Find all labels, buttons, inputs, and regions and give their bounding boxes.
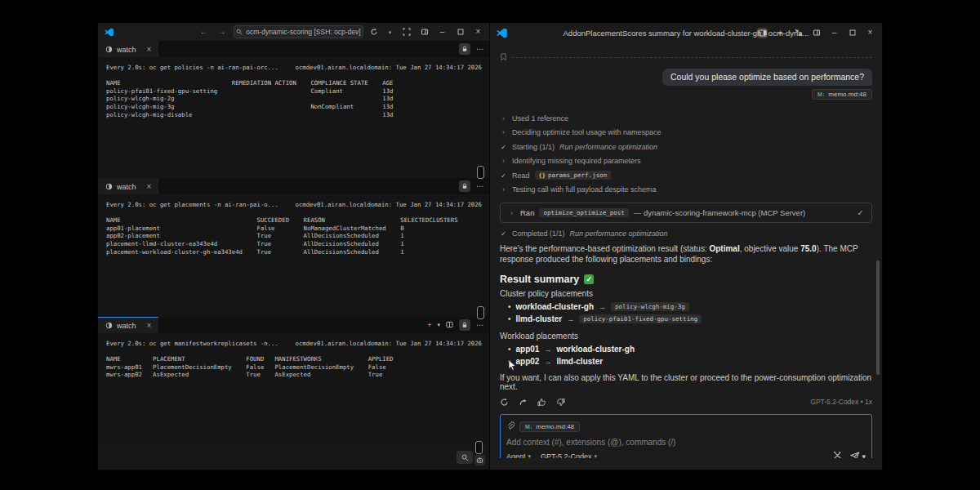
policies-table: NAME REMEDIATION ACTION COMPLIANCE STATE… [106,79,482,119]
user-attachment-chip[interactable]: M↓ memo.md:48 [812,89,872,100]
window-title: AddonPlacementScores summary for workloa… [564,29,809,38]
step-used-reference[interactable]: › Used 1 reference [500,111,872,126]
policy-chip: policy-wlcgh-mig-3g [611,302,689,311]
step-label: Deciding optimize tool usage with namesp… [512,128,662,136]
step-identifying-params[interactable]: › Identifying missing required parameter… [500,154,872,169]
chat-message-input[interactable] [506,438,866,447]
mode-selector[interactable]: Agent ▾ [506,452,531,459]
list-item: • workload-cluster-gh → policy-wlcgh-mig… [500,301,872,313]
message-toolbar: GPT-5.2-Codex • 1x [500,396,872,408]
remote-window-icon[interactable] [370,27,379,38]
customize-layout-icon[interactable] [401,27,412,38]
step-task-name: Run performance optimization [559,143,657,151]
mcp-tool-call[interactable]: › Ran optimize_optimize_post — dynamic-s… [500,203,872,223]
lock-group-icon[interactable] [459,319,470,331]
chat-scrollbar[interactable] [876,261,880,375]
thumbs-down-icon[interactable] [556,398,565,407]
pin-window-icon[interactable] [419,27,430,38]
bookmark-icon [500,53,507,61]
close-button[interactable]: × [865,28,875,38]
assistant-paragraph: Here's the performance-based optimizatio… [500,243,872,265]
pin-window-icon[interactable] [811,28,822,38]
tab-label: watch [117,183,136,191]
terminal-output[interactable]: Every 2.0s: oc get placements -n ai-ran-… [98,194,490,317]
minimize-button[interactable]: – [437,27,448,38]
lock-group-icon[interactable] [459,180,470,192]
tab-watch-1[interactable]: watch × [98,41,158,58]
step-read-file[interactable]: ✓ Read {} params_perf.json [500,168,872,183]
cluster-placements-label: Cluster policy placements [500,289,872,298]
step-task-name: Run performance optimization [570,229,668,238]
close-button[interactable]: × [473,27,483,38]
copilot-chat-window: AddonPlacementScores summary for workloa… [490,23,882,470]
bullet-icon: • [508,345,511,354]
terminal-window: ← → ocm-dynamic-scoring [SSH: ocp-dev] ▾ [98,23,490,470]
step-deciding-tool[interactable]: › Deciding optimize tool usage with name… [500,126,872,140]
chevron-down-icon: ▾ [528,453,532,459]
tab-watch-3[interactable]: watch × [98,317,158,334]
attach-context-button[interactable] [506,419,514,434]
tab-close-icon[interactable]: × [147,182,152,191]
chevron-down-icon[interactable]: ▾ [385,27,394,38]
left-titlebar: ← → ocm-dynamic-scoring [SSH: ocp-dev] ▾ [98,23,490,41]
more-actions-icon[interactable]: ⋯ [476,45,483,53]
right-titlebar: AddonPlacementScores summary for workloa… [490,23,882,42]
more-actions-icon[interactable]: ⋯ [476,182,483,190]
target-cluster: llmd-cluster [556,357,603,366]
arrow-right-icon: → [544,345,551,354]
bullet-icon: • [508,302,511,311]
window-bottom-padding [490,458,882,470]
send-button[interactable]: ▾ [850,452,866,458]
more-actions-icon[interactable]: ⋯ [476,321,483,329]
model-usage-info: GPT-5.2-Codex • 1x [810,398,872,406]
thumbs-up-icon[interactable] [537,398,546,407]
check-icon: ✓ [500,229,507,238]
bullet-icon: • [508,314,511,323]
minimize-button[interactable]: – [829,28,840,38]
maximize-button[interactable] [847,28,858,38]
attachment-label: memo.md:48 [828,91,866,98]
json-file-icon: {} [539,172,546,179]
step-starting[interactable]: ✓ Starting (1/1) Run performance optimiz… [500,140,872,154]
rerun-button[interactable] [500,398,509,407]
chevron-down-icon[interactable]: ▾ [437,322,440,328]
chevron-right-icon: › [500,114,507,122]
terminal-pane-placements: watch × ⋯ Every 2.0s: oc get placements … [98,178,490,317]
split-terminal-icon[interactable] [446,321,453,330]
list-item: • app02 → llmd-cluster [500,355,872,368]
step-testing-call[interactable]: › Testing call with full payload despite… [500,183,872,198]
model-selector[interactable]: GPT-5.2-Codex ▾ [541,452,597,459]
terminal-output[interactable]: Every 2.0s: oc get manifestworkreplicase… [98,333,490,445]
file-chip[interactable]: {} params_perf.json [535,171,612,180]
search-icon [236,29,243,35]
command-center-search[interactable]: ocm-dynamic-scoring [SSH: ocp-dev] [234,25,363,38]
pane-indicator-icon [477,306,484,319]
agent-steps: › Used 1 reference › Deciding optimize t… [500,111,872,197]
terminal-output[interactable]: Every 2.0s: oc get policies -n ai-ran-pa… [98,57,490,178]
configure-tools-button[interactable] [833,451,842,458]
forward-button[interactable]: → [216,27,227,38]
pane-indicator-icon [477,166,484,179]
tab-close-icon[interactable]: × [147,321,152,330]
arrow-right-icon: → [567,315,574,323]
lock-group-icon[interactable] [459,43,470,55]
list-item: • llmd-cluster → policy-pfai01-fixed-gpu… [500,313,872,325]
attachment-label: memo.md:48 [536,423,574,430]
watch-icon [105,46,113,53]
placements-table: NAME SUCCEEDED REASON SELECTEDCLUSTERS a… [106,216,482,256]
checkpoint-divider[interactable] [500,53,872,61]
markdown-file-icon: M↓ [525,424,532,430]
result-summary-heading: Result summary ✓ [500,274,872,285]
step-completed[interactable]: ✓ Completed (1/1) Run performance optimi… [500,229,872,238]
back-button[interactable]: ← [198,27,209,38]
chat-input-box[interactable]: M↓ memo.md:48 Agent ▾ GPT-5.2-Codex ▾ [500,414,872,458]
list-item: • app01 → workload-cluster-gh [500,343,872,355]
zoom-button[interactable] [457,451,473,464]
context-attachment-chip[interactable]: M↓ memo.md:48 [519,421,580,432]
tab-watch-2[interactable]: watch × [98,178,158,195]
redo-button[interactable] [519,398,528,407]
user-message[interactable]: Could you please optimize based on perfo… [662,69,872,86]
new-terminal-icon[interactable]: + [427,321,431,329]
maximize-button[interactable] [455,27,466,38]
tab-close-icon[interactable]: × [147,45,152,54]
